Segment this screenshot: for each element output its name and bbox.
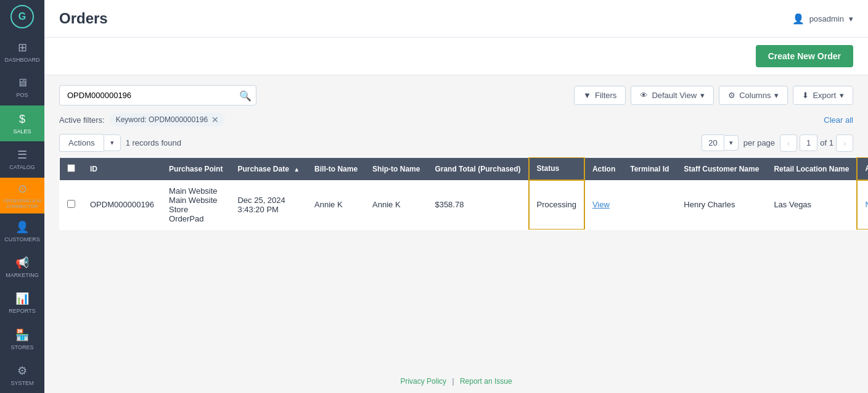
sidebar-item-dashboard[interactable]: ⊞ DASHBOARD [0, 34, 44, 70]
export-label: Export [813, 91, 836, 100]
view-link[interactable]: View [592, 200, 610, 209]
toolbar: Create New Order [44, 38, 868, 75]
sidebar-logo: G [0, 0, 44, 34]
search-row: 🔍 ▼ Filters 👁 Default View ▾ ⚙ Columns ▾ [59, 85, 853, 105]
page-title: Orders [59, 10, 108, 27]
catalog-icon: ☰ [17, 148, 27, 162]
sidebar-item-catalog[interactable]: ☰ CATALOG [0, 141, 44, 177]
col-header-id: ID [83, 157, 162, 180]
report-issue-link[interactable]: Report an Issue [460, 377, 512, 386]
col-header-grand-total: Grand Total (Purchased) [427, 157, 528, 180]
logo-icon: G [10, 5, 34, 28]
columns-icon: ⚙ [728, 91, 735, 100]
sidebar: G ⊞ DASHBOARD 🖥 POS $ SALES ☰ CATALOG ⊙ … [0, 0, 44, 393]
sidebar-item-label: REPORTS [9, 308, 35, 314]
sales-icon: $ [19, 113, 25, 126]
row-checkbox[interactable] [67, 200, 75, 208]
next-page-button[interactable]: › [836, 134, 853, 152]
page-total: of 1 [820, 138, 833, 147]
sidebar-item-orderpad[interactable]: ⊙ ORDERPAD A·M CONNECTOR [0, 178, 44, 213]
system-icon: ⚙ [17, 364, 27, 378]
row-id: OPDM000000196 [83, 180, 162, 230]
row-acumatica-order-number: NONE [857, 180, 868, 230]
col-header-purchase-date[interactable]: Purchase Date ▲ [230, 157, 307, 180]
col-header-checkbox [60, 157, 83, 180]
sidebar-item-stores[interactable]: 🏪 STORES [0, 321, 44, 357]
filter-tag-text: Keyword: OPDM000000196 [116, 115, 208, 124]
table-controls-right: 20 ▾ per page ‹ 1 of 1 › [702, 134, 853, 152]
dashboard-icon: ⊞ [18, 41, 27, 54]
sidebar-item-system[interactable]: ⚙ SYSTEM [0, 357, 44, 393]
export-button[interactable]: ⬇ Export ▾ [793, 86, 853, 105]
sidebar-item-reports[interactable]: 📊 REPORTS [0, 285, 44, 321]
actions-dropdown: Actions ▾ [59, 134, 121, 152]
col-header-ship-to-name: Ship-to Name [365, 157, 427, 180]
col-header-status: Status [529, 157, 584, 180]
export-caret-icon: ▾ [840, 91, 844, 100]
active-filters-label: Active filters: [59, 115, 105, 125]
sidebar-item-label: DASHBOARD [4, 57, 39, 63]
content-area: 🔍 ▼ Filters 👁 Default View ▾ ⚙ Columns ▾ [44, 75, 868, 370]
search-box: 🔍 [59, 85, 256, 105]
sidebar-item-marketing[interactable]: 📢 MARKETING [0, 249, 44, 285]
default-view-button[interactable]: 👁 Default View ▾ [631, 86, 714, 105]
table-controls-left: Actions ▾ 1 records found [59, 134, 181, 152]
acumatica-order-value: NONE [865, 200, 868, 209]
table-row: OPDM000000196Main WebsiteMain Website St… [60, 180, 869, 230]
per-page-arrow-button[interactable]: ▾ [724, 135, 739, 151]
orderpad-icon: ⊙ [18, 182, 27, 196]
view-label: Default View [652, 91, 697, 100]
col-header-purchase-point: Purchase Point [162, 157, 230, 180]
main-content: Orders 👤 posadmin ▾ Create New Order 🔍 ▼… [44, 0, 868, 393]
columns-caret-icon: ▾ [774, 91, 779, 100]
create-new-order-button[interactable]: Create New Order [756, 45, 853, 67]
row-status: Processing [529, 180, 584, 230]
search-input[interactable] [59, 85, 256, 105]
row-grand-total: $358.78 [427, 180, 528, 230]
user-caret-icon: ▾ [849, 14, 853, 23]
status-badge: Processing [537, 200, 576, 209]
filter-remove-icon[interactable]: ✕ [211, 115, 219, 125]
page-header: Orders 👤 posadmin ▾ [44, 0, 868, 38]
per-page-label: per page [743, 138, 775, 147]
search-button[interactable]: 🔍 [239, 89, 252, 101]
customers-icon: 👤 [15, 220, 29, 234]
sidebar-item-label: CATALOG [9, 164, 35, 170]
row-purchase-date: Dec 25, 20243:43:20 PM [230, 180, 307, 230]
sidebar-item-customers[interactable]: 👤 CUSTOMERS [0, 213, 44, 249]
sidebar-item-sales[interactable]: $ SALES [0, 105, 44, 141]
row-bill-to-name: Annie K [307, 180, 365, 230]
col-header-terminal-id: Terminal Id [623, 157, 676, 180]
col-header-retail-location-name: Retail Location Name [766, 157, 857, 180]
sidebar-item-label: ORDERPAD A·M CONNECTOR [0, 198, 44, 209]
user-icon: 👤 [792, 13, 805, 25]
records-count: 1 records found [126, 138, 181, 147]
actions-button[interactable]: Actions [59, 134, 104, 152]
col-header-bill-to-name: Bill-to Name [307, 157, 365, 180]
row-action: View [584, 180, 623, 230]
row-terminal-id [623, 180, 676, 230]
columns-button[interactable]: ⚙ Columns ▾ [719, 86, 788, 105]
col-header-action: Action [584, 157, 623, 180]
filters-button[interactable]: ▼ Filters [574, 86, 626, 105]
select-all-checkbox[interactable] [67, 164, 75, 172]
reports-icon: 📊 [15, 292, 29, 305]
col-header-acumatica-order-number: Acumatica Order Number [857, 157, 868, 180]
current-page: 1 [800, 134, 817, 151]
sidebar-item-label: SALES [13, 128, 31, 134]
header-user[interactable]: 👤 posadmin ▾ [792, 13, 853, 25]
sidebar-item-label: STORES [11, 344, 34, 350]
eye-icon: 👁 [640, 91, 648, 100]
export-icon: ⬇ [802, 91, 809, 100]
prev-page-button[interactable]: ‹ [780, 134, 797, 152]
filter-tag-keyword: Keyword: OPDM000000196 ✕ [110, 113, 225, 126]
pos-icon: 🖥 [17, 77, 28, 89]
row-staff-customer-name: Henry Charles [676, 180, 766, 230]
privacy-policy-link[interactable]: Privacy Policy [400, 377, 446, 386]
actions-arrow-button[interactable]: ▾ [104, 134, 121, 151]
pagination: ‹ 1 of 1 › [780, 134, 853, 152]
sidebar-item-pos[interactable]: 🖥 POS [0, 70, 44, 105]
table-controls: Actions ▾ 1 records found 20 ▾ per page … [59, 134, 853, 152]
sidebar-item-label: MARKETING [6, 272, 39, 278]
clear-all-button[interactable]: Clear all [824, 115, 853, 125]
